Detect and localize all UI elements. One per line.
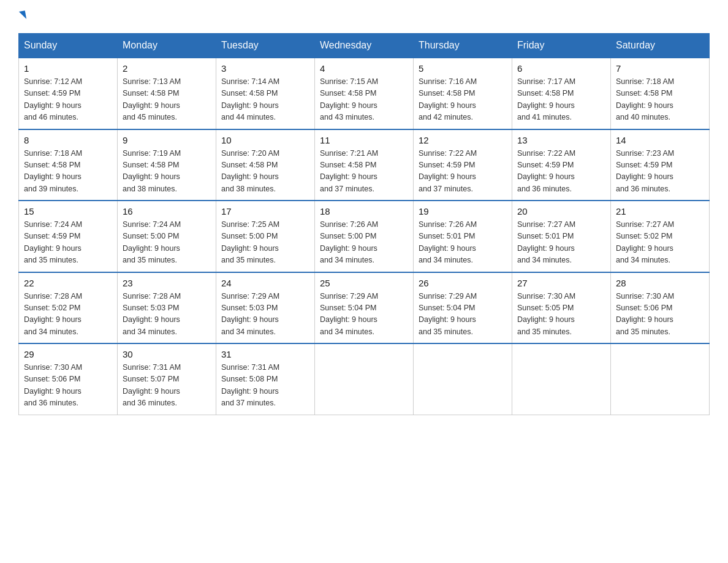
day-number: 15 xyxy=(24,206,112,216)
day-info: Sunrise: 7:31 AMSunset: 5:07 PMDaylight:… xyxy=(123,362,211,410)
calendar-cell: 19 Sunrise: 7:26 AMSunset: 5:01 PMDaylig… xyxy=(414,201,512,272)
calendar-cell: 31 Sunrise: 7:31 AMSunset: 5:08 PMDaylig… xyxy=(216,343,315,415)
calendar-table: SundayMondayTuesdayWednesdayThursdayFrid… xyxy=(18,33,710,415)
day-number: 21 xyxy=(616,206,704,216)
calendar-cell xyxy=(414,343,512,415)
day-number: 11 xyxy=(320,135,408,145)
calendar-cell xyxy=(611,343,710,415)
day-info: Sunrise: 7:27 AMSunset: 5:02 PMDaylight:… xyxy=(616,219,704,267)
calendar-cell: 26 Sunrise: 7:29 AMSunset: 5:04 PMDaylig… xyxy=(414,272,512,344)
calendar-cell: 27 Sunrise: 7:30 AMSunset: 5:05 PMDaylig… xyxy=(512,272,611,344)
calendar-cell: 18 Sunrise: 7:26 AMSunset: 5:00 PMDaylig… xyxy=(315,201,414,272)
day-number: 20 xyxy=(517,206,605,216)
day-number: 7 xyxy=(616,63,704,74)
weekday-header-thursday: Thursday xyxy=(414,34,512,58)
logo xyxy=(18,12,26,21)
calendar-cell: 1 Sunrise: 7:12 AMSunset: 4:59 PMDayligh… xyxy=(19,58,118,129)
calendar-cell: 20 Sunrise: 7:27 AMSunset: 5:01 PMDaylig… xyxy=(512,201,611,272)
day-info: Sunrise: 7:27 AMSunset: 5:01 PMDaylight:… xyxy=(517,219,605,267)
day-info: Sunrise: 7:25 AMSunset: 5:00 PMDaylight:… xyxy=(221,219,309,267)
day-number: 10 xyxy=(221,135,309,145)
day-number: 19 xyxy=(419,206,507,216)
day-info: Sunrise: 7:29 AMSunset: 5:04 PMDaylight:… xyxy=(419,291,507,339)
calendar-week-row: 15 Sunrise: 7:24 AMSunset: 4:59 PMDaylig… xyxy=(19,201,710,272)
day-number: 22 xyxy=(24,278,112,288)
calendar-cell: 10 Sunrise: 7:20 AMSunset: 4:58 PMDaylig… xyxy=(216,129,315,201)
calendar-cell: 17 Sunrise: 7:25 AMSunset: 5:00 PMDaylig… xyxy=(216,201,315,272)
calendar-cell: 3 Sunrise: 7:14 AMSunset: 4:58 PMDayligh… xyxy=(216,58,315,129)
day-number: 16 xyxy=(123,206,211,216)
calendar-cell: 9 Sunrise: 7:19 AMSunset: 4:58 PMDayligh… xyxy=(118,129,216,201)
day-info: Sunrise: 7:31 AMSunset: 5:08 PMDaylight:… xyxy=(221,362,309,410)
weekday-header-friday: Friday xyxy=(512,34,611,58)
calendar-cell: 11 Sunrise: 7:21 AMSunset: 4:58 PMDaylig… xyxy=(315,129,414,201)
calendar-cell xyxy=(315,343,414,415)
page-header xyxy=(18,12,710,21)
calendar-week-row: 8 Sunrise: 7:18 AMSunset: 4:58 PMDayligh… xyxy=(19,129,710,201)
day-number: 18 xyxy=(320,206,408,216)
day-number: 28 xyxy=(616,278,704,288)
calendar-cell: 29 Sunrise: 7:30 AMSunset: 5:06 PMDaylig… xyxy=(19,343,118,415)
day-info: Sunrise: 7:28 AMSunset: 5:02 PMDaylight:… xyxy=(24,291,112,339)
day-number: 1 xyxy=(24,63,112,74)
calendar-cell: 24 Sunrise: 7:29 AMSunset: 5:03 PMDaylig… xyxy=(216,272,315,344)
calendar-cell: 16 Sunrise: 7:24 AMSunset: 5:00 PMDaylig… xyxy=(118,201,216,272)
day-info: Sunrise: 7:29 AMSunset: 5:04 PMDaylight:… xyxy=(320,291,408,339)
day-info: Sunrise: 7:24 AMSunset: 4:59 PMDaylight:… xyxy=(24,219,112,267)
day-info: Sunrise: 7:29 AMSunset: 5:03 PMDaylight:… xyxy=(221,291,309,339)
day-number: 5 xyxy=(419,63,507,74)
calendar-cell: 21 Sunrise: 7:27 AMSunset: 5:02 PMDaylig… xyxy=(611,201,710,272)
day-info: Sunrise: 7:14 AMSunset: 4:58 PMDaylight:… xyxy=(221,76,309,124)
day-info: Sunrise: 7:17 AMSunset: 4:58 PMDaylight:… xyxy=(517,76,605,124)
calendar-cell: 13 Sunrise: 7:22 AMSunset: 4:59 PMDaylig… xyxy=(512,129,611,201)
day-number: 9 xyxy=(123,135,211,145)
calendar-cell: 2 Sunrise: 7:13 AMSunset: 4:58 PMDayligh… xyxy=(118,58,216,129)
day-number: 6 xyxy=(517,63,605,74)
calendar-cell: 23 Sunrise: 7:28 AMSunset: 5:03 PMDaylig… xyxy=(118,272,216,344)
day-number: 2 xyxy=(123,63,211,74)
day-info: Sunrise: 7:23 AMSunset: 4:59 PMDaylight:… xyxy=(616,148,704,196)
day-number: 23 xyxy=(123,278,211,288)
calendar-cell: 30 Sunrise: 7:31 AMSunset: 5:07 PMDaylig… xyxy=(118,343,216,415)
calendar-cell: 6 Sunrise: 7:17 AMSunset: 4:58 PMDayligh… xyxy=(512,58,611,129)
weekday-header-saturday: Saturday xyxy=(611,34,710,58)
day-number: 17 xyxy=(221,206,309,216)
calendar-week-row: 29 Sunrise: 7:30 AMSunset: 5:06 PMDaylig… xyxy=(19,343,710,415)
calendar-cell xyxy=(512,343,611,415)
weekday-header-tuesday: Tuesday xyxy=(216,34,315,58)
day-info: Sunrise: 7:15 AMSunset: 4:58 PMDaylight:… xyxy=(320,76,408,124)
day-info: Sunrise: 7:24 AMSunset: 5:00 PMDaylight:… xyxy=(123,219,211,267)
calendar-cell: 25 Sunrise: 7:29 AMSunset: 5:04 PMDaylig… xyxy=(315,272,414,344)
day-info: Sunrise: 7:19 AMSunset: 4:58 PMDaylight:… xyxy=(123,148,211,196)
calendar-cell: 28 Sunrise: 7:30 AMSunset: 5:06 PMDaylig… xyxy=(611,272,710,344)
calendar-cell: 14 Sunrise: 7:23 AMSunset: 4:59 PMDaylig… xyxy=(611,129,710,201)
day-number: 8 xyxy=(24,135,112,145)
day-info: Sunrise: 7:26 AMSunset: 5:00 PMDaylight:… xyxy=(320,219,408,267)
day-number: 12 xyxy=(419,135,507,145)
day-number: 14 xyxy=(616,135,704,145)
calendar-cell: 8 Sunrise: 7:18 AMSunset: 4:58 PMDayligh… xyxy=(19,129,118,201)
calendar-cell: 4 Sunrise: 7:15 AMSunset: 4:58 PMDayligh… xyxy=(315,58,414,129)
day-number: 27 xyxy=(517,278,605,288)
weekday-header-sunday: Sunday xyxy=(19,34,118,58)
day-number: 3 xyxy=(221,63,309,74)
day-info: Sunrise: 7:30 AMSunset: 5:06 PMDaylight:… xyxy=(24,362,112,410)
day-info: Sunrise: 7:30 AMSunset: 5:06 PMDaylight:… xyxy=(616,291,704,339)
day-number: 29 xyxy=(24,349,112,359)
day-info: Sunrise: 7:16 AMSunset: 4:58 PMDaylight:… xyxy=(419,76,507,124)
calendar-cell: 22 Sunrise: 7:28 AMSunset: 5:02 PMDaylig… xyxy=(19,272,118,344)
logo-triangle-icon xyxy=(19,10,26,20)
weekday-header-wednesday: Wednesday xyxy=(315,34,414,58)
calendar-cell: 5 Sunrise: 7:16 AMSunset: 4:58 PMDayligh… xyxy=(414,58,512,129)
day-number: 4 xyxy=(320,63,408,74)
weekday-header-monday: Monday xyxy=(118,34,216,58)
weekday-header-row: SundayMondayTuesdayWednesdayThursdayFrid… xyxy=(19,34,710,58)
calendar-cell: 15 Sunrise: 7:24 AMSunset: 4:59 PMDaylig… xyxy=(19,201,118,272)
day-info: Sunrise: 7:18 AMSunset: 4:58 PMDaylight:… xyxy=(24,148,112,196)
day-info: Sunrise: 7:21 AMSunset: 4:58 PMDaylight:… xyxy=(320,148,408,196)
day-info: Sunrise: 7:22 AMSunset: 4:59 PMDaylight:… xyxy=(419,148,507,196)
day-info: Sunrise: 7:13 AMSunset: 4:58 PMDaylight:… xyxy=(123,76,211,124)
day-info: Sunrise: 7:22 AMSunset: 4:59 PMDaylight:… xyxy=(517,148,605,196)
calendar-cell: 7 Sunrise: 7:18 AMSunset: 4:58 PMDayligh… xyxy=(611,58,710,129)
day-number: 30 xyxy=(123,349,211,359)
